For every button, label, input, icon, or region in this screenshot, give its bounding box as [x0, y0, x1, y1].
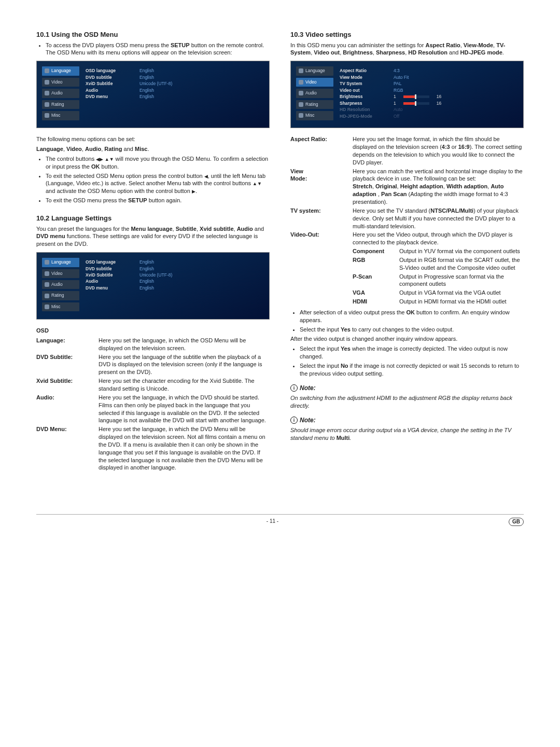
bold: DVD menu [36, 233, 65, 239]
row-value-disabled: Auto [394, 107, 403, 113]
info-icon: i [290, 417, 298, 424]
note-label: Note: [300, 416, 316, 424]
tv-icon [299, 80, 303, 85]
tv-icon [45, 80, 49, 85]
tab-label: Language [305, 68, 325, 74]
row-value: English [139, 266, 154, 272]
row-label-disabled: HD Resolution [340, 107, 386, 113]
definition: Here you can match the vertical and hori… [353, 168, 524, 206]
row-label-disabled: HD-JPEG-Mode [340, 114, 386, 119]
tab-label: Audio [51, 90, 63, 96]
def-audio: Audio: Here you set the language, in whi… [36, 394, 270, 424]
definition: Here you set the Image format, in which … [353, 135, 524, 166]
gear-icon [45, 113, 49, 118]
text-10-2-intro: You can preset the languages for the Men… [36, 225, 270, 248]
bold: 16:9 [458, 144, 470, 150]
list-osd-controls: The control buttons ◀▶ ▲▼ will move you … [36, 155, 270, 204]
lock-icon [45, 294, 49, 298]
term: Language: [36, 337, 99, 352]
left-icon: ◀ [204, 174, 208, 179]
globe-icon [45, 260, 49, 265]
definition: Here you set the language, in which the … [99, 425, 270, 472]
def-dvd-menu: DVD Menu: Here you set the language, in … [36, 425, 270, 472]
no-bold: No [341, 363, 348, 369]
page-columns: 10.1 Using the OSD Menu To access the DV… [36, 21, 524, 473]
subdef: Output in VGA format via the VGA outlet [399, 289, 524, 297]
bold: Aspect Ratio [425, 42, 460, 48]
row-value: English [139, 68, 154, 74]
osd-tab-misc: Misc [42, 111, 79, 120]
up-down-icon: ▲▼ [253, 181, 262, 186]
osd-tab-audio: Audio [42, 280, 79, 289]
term: TV system: [290, 207, 353, 230]
text: and activate the OSD Menu option with th… [46, 188, 192, 194]
row-value: English [139, 75, 154, 80]
row-value: English [139, 88, 154, 93]
subdef: Output in RGB format via the SCART outle… [399, 256, 524, 272]
term: Aspect Ratio: [290, 135, 353, 166]
tv-icon [45, 271, 49, 276]
lock-icon [299, 102, 303, 107]
text: Here you set the TV standard ( [353, 208, 430, 214]
osd-tab-misc: Misc [296, 111, 333, 120]
right-icon: ▶ [192, 189, 195, 194]
bold: Audio [85, 146, 101, 152]
bold: Stretch [353, 183, 372, 189]
subterm: HDMI [353, 298, 399, 306]
bold: Rating [104, 146, 122, 152]
row-label: DVD subtitle [86, 75, 132, 80]
setup-bold: SETUP [128, 197, 147, 203]
osd-tab-audio: Audio [42, 89, 79, 98]
note-label: Note: [300, 384, 316, 392]
osd-tab-rating: Rating [42, 100, 79, 109]
text: button on the remote control. [190, 42, 264, 48]
bold: 4:3 [442, 144, 450, 150]
yes-bold: Yes [341, 326, 351, 333]
note-heading-1: i Note: [290, 384, 524, 392]
row-value: PAL [394, 81, 401, 87]
bold: Xvid subtitle [200, 226, 233, 232]
tab-label: Video [51, 271, 63, 276]
heading-10-1: 10.1 Using the OSD Menu [36, 30, 270, 39]
subdef: Output in Progressive scan format via th… [399, 273, 524, 288]
tab-label: Misc [51, 304, 60, 310]
row-value: Unicode (UTF-8) [139, 272, 172, 278]
bold: Pan Scan [381, 191, 407, 197]
osd-tab-language: Language [296, 66, 333, 75]
def-osd-language: Language: Here you set the language, in … [36, 337, 270, 352]
row-value: Auto Fit [394, 75, 409, 80]
osd-tab-video: Video [42, 269, 79, 278]
osd-tab-audio: Audio [296, 89, 333, 98]
bold: Menu language [131, 226, 172, 232]
bold: Brightness [343, 49, 372, 56]
tab-label: Language [51, 259, 71, 265]
right-column: 10.3 Video settings In this OSD menu you… [290, 21, 524, 473]
setup-bold: SETUP [171, 42, 190, 48]
osd-screenshot-language-2: Language Video Audio Rating Misc OSD lan… [36, 252, 270, 320]
text: to carry out changes to the video output… [351, 326, 454, 333]
row-label: XviD Subtitle [86, 272, 132, 278]
bold: Sharpness [376, 49, 405, 56]
row-label: View Mode [340, 75, 386, 80]
bold: Language [36, 146, 63, 152]
subterm: RGB [353, 256, 399, 272]
slider-min: 1 [394, 94, 396, 100]
gear-icon [299, 113, 303, 118]
subdef: Output in HDMI format via the HDMI outle… [399, 298, 524, 306]
row-label: Audio [86, 88, 132, 93]
text: Select the input [300, 363, 341, 369]
osd-tablist: Language Video Audio Rating Misc [42, 66, 79, 122]
text: To exit the selected OSD Menu option pre… [46, 173, 204, 179]
bold: HD Resolution [408, 49, 447, 56]
globe-icon [45, 68, 49, 73]
bold: NTSC/PAL/Multi [430, 208, 473, 214]
text: Select the input [300, 326, 341, 333]
term: Xvid Subtitle: [36, 377, 99, 393]
term-line1: View [290, 168, 303, 174]
definition: Here you set the language of the subtitl… [99, 353, 270, 377]
speaker-icon [45, 91, 49, 95]
slider-bar [403, 102, 429, 105]
def-view-mode: View Mode: Here you can match the vertic… [290, 168, 524, 206]
row-label: DVD menu [86, 285, 132, 291]
def-xvid-subtitle: Xvid Subtitle: Here you set the characte… [36, 377, 270, 393]
